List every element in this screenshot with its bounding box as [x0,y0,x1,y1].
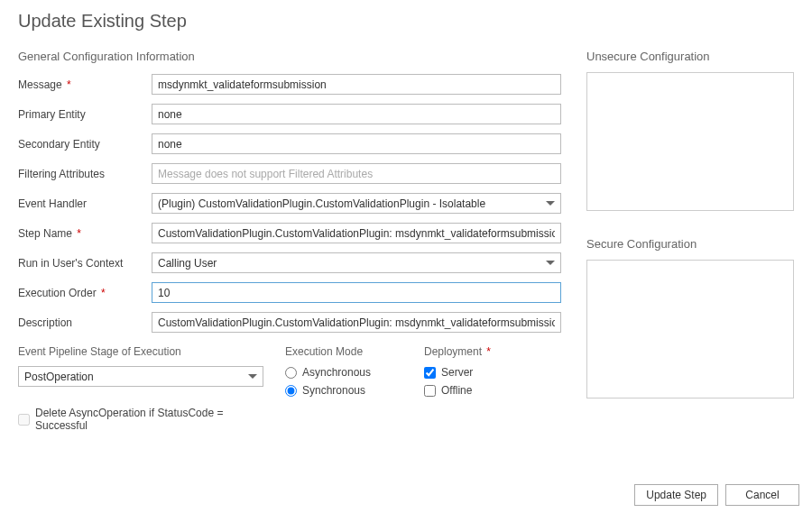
execution-mode-header: Execution Mode [285,345,402,358]
label-description: Description [18,316,152,329]
button-bar: Update Step Cancel [634,484,799,506]
server-check-row[interactable]: Server [424,366,532,379]
row-primary-entity: Primary Entity [18,104,561,124]
label-step-name: Step Name * [18,227,152,240]
label-filtering-attributes: Filtering Attributes [18,168,152,180]
required-marker: * [98,287,106,299]
pipeline-header: Event Pipeline Stage of Execution [18,345,263,358]
required-marker: * [64,78,71,91]
async-label: Asynchronous [302,366,371,379]
row-description: Description [18,312,561,333]
mid-section: Event Pipeline Stage of Execution PostOp… [18,345,561,432]
offline-label: Offline [441,384,472,397]
row-secondary-entity: Secondary Entity [18,133,561,154]
row-event-handler: Event Handler (Plugin) CustomValidationP… [18,193,561,214]
execution-order-input[interactable] [152,282,561,303]
async-radio-row[interactable]: Asynchronous [285,366,402,379]
offline-check-row[interactable]: Offline [424,384,532,397]
deployment-block: Deployment * Server Offline [424,345,532,432]
description-input[interactable] [152,312,561,333]
sync-radio[interactable] [285,385,297,397]
secure-block: Secure Configuration [586,237,794,401]
delete-async-checkbox [18,414,30,426]
label-secondary-entity: Secondary Entity [18,138,152,151]
step-name-input[interactable] [152,223,561,243]
label-event-handler: Event Handler [18,197,152,210]
cancel-button[interactable]: Cancel [725,484,799,506]
row-message: Message * [18,74,561,95]
filtering-attributes-input [152,163,561,184]
label-message: Message * [18,78,152,91]
label-message-text: Message [18,78,62,91]
primary-entity-input[interactable] [152,104,561,124]
secure-header: Secure Configuration [586,237,794,251]
run-in-context-select[interactable]: Calling User [152,252,561,273]
unsecure-config-textarea[interactable] [586,72,794,211]
secure-config-textarea[interactable] [586,260,794,398]
delete-async-label: Delete AsyncOperation if StatusCode = Su… [35,407,263,432]
label-run-in-context: Run in User's Context [18,257,152,270]
required-marker: * [74,227,81,240]
label-execution-order: Execution Order * [18,287,152,299]
message-input[interactable] [152,74,561,95]
right-column: Unsecure Configuration Secure Configurat… [586,50,794,432]
deployment-header-text: Deployment [424,345,482,358]
unsecure-header: Unsecure Configuration [586,50,794,63]
row-run-in-context: Run in User's Context Calling User [18,252,561,273]
sync-radio-row[interactable]: Synchronous [285,384,402,397]
label-execution-order-text: Execution Order [18,287,97,299]
offline-checkbox[interactable] [424,385,436,397]
server-checkbox[interactable] [424,367,436,379]
row-execution-order: Execution Order * [18,282,561,303]
left-column: General Configuration Information Messag… [18,50,561,432]
label-primary-entity: Primary Entity [18,108,152,121]
page-title: Update Existing Step [18,11,794,32]
secondary-entity-input[interactable] [152,133,561,154]
delete-async-row: Delete AsyncOperation if StatusCode = Su… [18,407,263,432]
execution-mode-block: Execution Mode Asynchronous Synchronous [285,345,402,432]
sync-label: Synchronous [302,384,365,397]
pipeline-block: Event Pipeline Stage of Execution PostOp… [18,345,263,432]
required-marker: * [484,345,491,358]
async-radio[interactable] [285,367,297,379]
unsecure-block: Unsecure Configuration [586,50,794,214]
row-filtering-attributes: Filtering Attributes [18,163,561,184]
general-config-header: General Configuration Information [18,50,561,63]
update-step-button[interactable]: Update Step [634,484,718,506]
deployment-header: Deployment * [424,345,532,358]
event-handler-select[interactable]: (Plugin) CustomValidationPlugin.CustomVa… [152,193,561,214]
server-label: Server [441,366,473,379]
pipeline-stage-select[interactable]: PostOperation [18,366,263,387]
row-step-name: Step Name * [18,223,561,243]
label-step-name-text: Step Name [18,227,72,240]
